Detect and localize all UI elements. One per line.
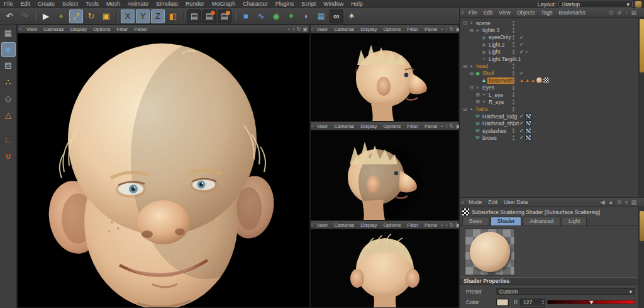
visibility-dots[interactable] xyxy=(513,107,514,112)
tree-item-eyes[interactable]: ⊟+Eyes xyxy=(460,84,638,91)
guides-tag-icon[interactable]: ∙∙ xyxy=(550,78,554,83)
panel-icon[interactable]: ▤ xyxy=(631,9,636,16)
pan-view-icon[interactable]: + xyxy=(287,26,291,32)
viewport-canvas-side-1[interactable] xyxy=(311,33,458,121)
viewport-menu-cameras[interactable]: Cameras xyxy=(331,221,357,229)
tree-item-hairs[interactable]: ⊟+hairs xyxy=(460,106,638,113)
visibility-dots[interactable] xyxy=(513,100,514,105)
am-menu-edit[interactable]: Edit xyxy=(485,198,501,207)
visibility-dots[interactable] xyxy=(513,21,514,26)
rotate-view-icon[interactable]: ↻ xyxy=(297,26,301,32)
viewport-menu-options[interactable]: Options xyxy=(380,122,404,130)
guides-tag-icon[interactable]: ∙∙ xyxy=(533,114,536,118)
viewport-canvas-perspective[interactable] xyxy=(18,33,309,307)
rotate-view-icon[interactable]: ↻ xyxy=(450,123,454,129)
point-mode-icon[interactable]: ∴ xyxy=(1,75,16,89)
main-menu-select[interactable]: Select xyxy=(58,0,82,8)
main-menu-mograph[interactable]: MoGraph xyxy=(208,0,240,8)
viewport-right-top[interactable]: ≡ ViewCamerasDisplayOptionsFilterPanel +… xyxy=(310,25,459,122)
add-nurbs-icon[interactable]: ◉ xyxy=(269,9,283,23)
visibility-dots[interactable] xyxy=(513,57,514,62)
tree-item-scene[interactable]: ⊟+scene xyxy=(460,20,638,26)
stepper-icon[interactable]: ▴▾ xyxy=(542,299,544,305)
add-camera-icon[interactable]: ∞ xyxy=(330,9,343,23)
tab-shader[interactable]: Shader xyxy=(491,217,521,225)
zoom-view-icon[interactable]: ↕ xyxy=(445,123,448,129)
coordinate-system-icon[interactable]: ◧ xyxy=(166,9,180,23)
am-menu-user-data[interactable]: User Data xyxy=(501,198,531,207)
viewport-menu-view[interactable]: View xyxy=(314,122,331,130)
main-menu-edit[interactable]: Edit xyxy=(17,0,35,8)
tree-item-lights-3[interactable]: ⊟+lights 3 xyxy=(460,26,638,33)
expander-icon[interactable]: ⊟ xyxy=(462,64,468,69)
polygon-mode-icon[interactable]: △ xyxy=(1,108,16,122)
expander-icon[interactable]: ⊟ xyxy=(462,20,468,26)
shader-preview[interactable] xyxy=(465,229,515,275)
viewport-menu-filter[interactable]: Filter xyxy=(113,25,131,33)
viewport-menu-filter[interactable]: Filter xyxy=(404,221,421,229)
tree-item-head[interactable]: ⊟+head xyxy=(460,62,638,69)
viewport-menu-view[interactable]: View xyxy=(314,25,331,33)
viewport-right-middle[interactable]: ≡ ViewCamerasDisplayOptionsFilterPanel +… xyxy=(310,122,459,220)
live-selection-icon[interactable]: ▶ xyxy=(39,9,53,23)
pan-view-icon[interactable]: + xyxy=(440,123,443,129)
render-view-icon[interactable]: ▤ xyxy=(187,9,201,23)
main-menu-animate[interactable]: Animate xyxy=(124,0,152,8)
viewport-menu-options[interactable]: Options xyxy=(90,25,114,33)
scroll-thumb[interactable] xyxy=(640,19,644,72)
visibility-dots[interactable] xyxy=(513,78,514,83)
panel-icon[interactable]: ▤ xyxy=(631,199,636,205)
viewport-menu-options[interactable]: Options xyxy=(380,25,404,33)
expander-icon[interactable]: ⊟ xyxy=(469,71,474,76)
snap-icon[interactable]: ∪ xyxy=(1,149,16,163)
main-menu-help[interactable]: Help xyxy=(347,0,367,8)
channel-value-input[interactable]: 127▴▾ xyxy=(520,299,545,305)
viewport-menu-cameras[interactable]: Cameras xyxy=(331,25,357,33)
add-light-icon[interactable]: ☀ xyxy=(345,9,358,23)
viewport-menu-display[interactable]: Display xyxy=(357,122,380,130)
viewport-menu-filter[interactable]: Filter xyxy=(404,122,421,130)
main-menu-render[interactable]: Render xyxy=(182,0,208,8)
visibility-dots[interactable] xyxy=(513,35,514,40)
visibility-dots[interactable] xyxy=(513,28,514,33)
lock-x-button[interactable]: X xyxy=(121,9,135,23)
tree-item-l-eye[interactable]: ⊞+L_eye xyxy=(460,91,638,98)
hair-material-tag-icon[interactable] xyxy=(525,113,531,119)
tree-item-hairhead-short[interactable]: ΨHairhead_short✓∙∙ xyxy=(460,120,638,127)
viewport-menu-display[interactable]: Display xyxy=(357,25,380,33)
toggle-view-icon[interactable]: ▣ xyxy=(303,26,308,32)
channel-slider[interactable] xyxy=(547,300,635,304)
viewport-menu-filter[interactable]: Filter xyxy=(404,25,421,33)
pan-view-icon[interactable]: + xyxy=(440,26,443,32)
viewport-menu-cameras[interactable]: Cameras xyxy=(40,25,67,33)
viewport-menu-panel[interactable]: Panel xyxy=(421,122,440,130)
zoom-view-icon[interactable]: ↕ xyxy=(292,26,295,32)
axis-mode-icon[interactable]: ∟ xyxy=(1,132,16,147)
tree-item-eyelashes[interactable]: Ψeyelashes✓∙∙ xyxy=(460,127,638,134)
make-editable-icon[interactable]: ▦ xyxy=(1,26,16,40)
visibility-dots[interactable] xyxy=(513,128,514,134)
tree-item-light-2[interactable]: ☼Light.2✓ xyxy=(460,41,638,48)
selection-tag-icon[interactable]: ▲ xyxy=(519,78,524,83)
viewport-perspective[interactable]: ≡ ViewCamerasDisplayOptionsFilterPanel +… xyxy=(17,25,310,308)
render-settings-icon[interactable]: ▤ xyxy=(218,9,231,23)
visibility-dots[interactable] xyxy=(513,86,514,91)
tree-item-skull[interactable]: ⊟◉Skull✓ xyxy=(460,70,638,77)
main-menu-character[interactable]: Character xyxy=(239,0,272,8)
last-tool-icon[interactable]: ▣ xyxy=(99,9,113,23)
enable-checkmark-icon[interactable]: ✓ xyxy=(519,113,524,119)
viewport-menu-options[interactable]: Options xyxy=(380,221,404,229)
main-menu-create[interactable]: Create xyxy=(34,0,58,8)
expander-icon[interactable]: ⊟ xyxy=(469,28,474,33)
tree-item-basemesh[interactable]: ▲basemesh▲▲▲∙∙ xyxy=(460,77,638,84)
redo-icon[interactable]: ↷ xyxy=(18,9,31,23)
panel-menu-icon[interactable]: ≡ xyxy=(460,200,465,205)
rotate-view-icon[interactable]: ↻ xyxy=(450,26,454,32)
visibility-dots[interactable] xyxy=(513,121,514,126)
scale-tool-icon[interactable]: ⤢ xyxy=(69,9,83,23)
hair-material-tag-icon[interactable] xyxy=(525,128,531,134)
om-menu-tags[interactable]: Tags xyxy=(538,9,555,17)
enable-checkmark-icon[interactable]: ✓ xyxy=(519,49,524,55)
expander-icon[interactable]: ⊟ xyxy=(469,85,474,91)
main-menu-tools[interactable]: Tools xyxy=(82,0,103,8)
